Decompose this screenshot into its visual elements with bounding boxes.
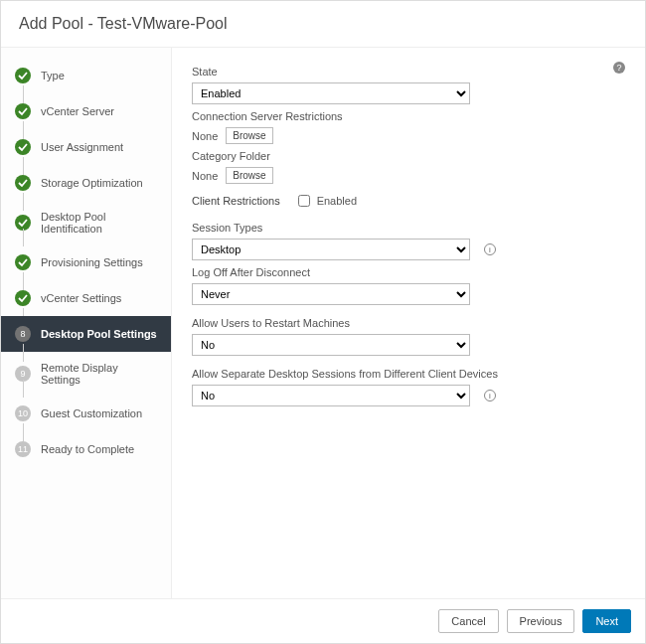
csr-value: None <box>192 130 218 142</box>
step-label: Provisioning Settings <box>41 256 143 268</box>
step-label: Type <box>41 70 65 81</box>
step-guest-customization[interactable]: 10 Guest Customization <box>1 396 171 431</box>
add-pool-modal: Add Pool - Test-VMware-Pool Type vCenter… <box>0 0 646 644</box>
client-restrictions-label: Client Restrictions <box>192 195 280 207</box>
restart-label: Allow Users to Restart Machines <box>192 317 621 329</box>
modal-footer: Cancel Previous Next <box>1 598 645 643</box>
step-label: Remote Display Settings <box>41 362 159 386</box>
category-value: None <box>192 170 218 182</box>
separate-sessions-select[interactable]: No <box>192 385 470 406</box>
step-provisioning-settings[interactable]: Provisioning Settings <box>1 244 171 280</box>
category-browse-button[interactable]: Browse <box>226 167 272 184</box>
form-content: ? State Enabled Connection Server Restri… <box>172 48 645 598</box>
session-types-label: Session Types <box>192 222 621 234</box>
cancel-button[interactable]: Cancel <box>438 609 498 633</box>
step-number-icon: 11 <box>15 441 31 457</box>
modal-header: Add Pool - Test-VMware-Pool <box>1 1 645 48</box>
csr-label: Connection Server Restrictions <box>192 110 621 122</box>
client-enabled-checkbox[interactable] <box>298 195 310 207</box>
logoff-select[interactable]: Never <box>192 283 470 305</box>
step-user-assignment[interactable]: User Assignment <box>1 129 171 165</box>
step-storage-optimization[interactable]: Storage Optimization <box>1 165 171 201</box>
next-button[interactable]: Next <box>582 609 631 633</box>
check-icon <box>15 68 31 83</box>
step-remote-display-settings[interactable]: 9 Remote Display Settings <box>1 352 171 396</box>
step-label: Ready to Complete <box>41 443 134 455</box>
step-ready-to-complete[interactable]: 11 Ready to Complete <box>1 431 171 467</box>
restart-select[interactable]: No <box>192 334 470 356</box>
category-label: Category Folder <box>192 150 621 162</box>
step-vcenter-settings[interactable]: vCenter Settings <box>1 280 171 316</box>
step-label: Storage Optimization <box>41 177 143 189</box>
check-icon <box>15 290 31 306</box>
step-label: vCenter Server <box>41 105 114 117</box>
step-label: vCenter Settings <box>41 292 121 304</box>
step-label: Guest Customization <box>41 407 142 419</box>
check-icon <box>15 139 31 155</box>
check-icon <box>15 103 31 119</box>
separate-sessions-label: Allow Separate Desktop Sessions from Dif… <box>192 368 621 380</box>
step-vcenter-server[interactable]: vCenter Server <box>1 93 171 129</box>
step-number-icon: 10 <box>15 405 31 421</box>
client-enabled-label: Enabled <box>317 195 357 207</box>
state-label: State <box>192 66 621 78</box>
step-number-icon: 8 <box>15 326 31 342</box>
info-icon[interactable]: i <box>484 243 496 255</box>
csr-browse-button[interactable]: Browse <box>226 127 272 144</box>
modal-body: Type vCenter Server User Assignment <box>1 48 645 598</box>
info-icon[interactable]: i <box>484 390 496 402</box>
step-label: Desktop Pool Settings <box>41 328 157 340</box>
logoff-label: Log Off After Disconnect <box>192 266 621 278</box>
client-enabled-checkbox-group[interactable]: Enabled <box>294 192 357 210</box>
step-desktop-pool-settings[interactable]: 8 Desktop Pool Settings <box>1 316 171 352</box>
check-icon <box>15 175 31 191</box>
state-select[interactable]: Enabled <box>192 82 470 104</box>
previous-button[interactable]: Previous <box>507 609 575 633</box>
step-type[interactable]: Type <box>1 58 171 93</box>
check-icon <box>15 254 31 270</box>
step-label: User Assignment <box>41 141 123 153</box>
modal-title: Add Pool - Test-VMware-Pool <box>19 15 228 32</box>
help-icon[interactable]: ? <box>613 62 625 74</box>
step-label: Desktop Pool Identification <box>41 211 159 235</box>
step-desktop-pool-identification[interactable]: Desktop Pool Identification <box>1 201 171 244</box>
session-types-select[interactable]: Desktop <box>192 239 470 260</box>
wizard-sidebar: Type vCenter Server User Assignment <box>1 48 172 598</box>
